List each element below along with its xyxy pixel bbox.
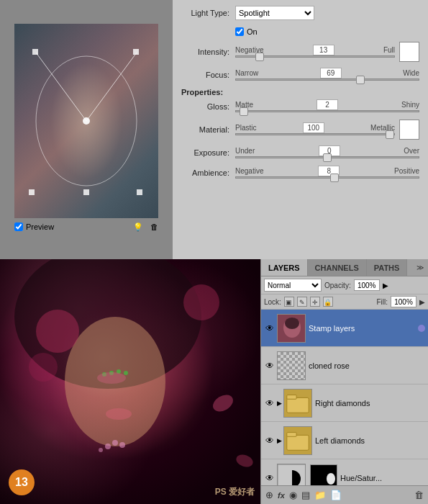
layer-item-left-diamonds[interactable]: 👁 ▶ Left diamonds bbox=[261, 422, 428, 459]
svg-rect-4 bbox=[133, 49, 139, 55]
light-type-select[interactable]: Spotlight Omni Directional bbox=[235, 6, 314, 20]
material-color-swatch[interactable] bbox=[399, 120, 419, 140]
tab-channels[interactable]: CHANNELS bbox=[308, 259, 367, 276]
tab-layers[interactable]: LAYERS bbox=[261, 259, 308, 276]
layer-thumb-stamp bbox=[277, 314, 306, 343]
exposure-row: Exposure: Under 0 Over bbox=[181, 145, 419, 160]
svg-point-28 bbox=[285, 318, 299, 329]
new-layer-icon[interactable]: 📄 bbox=[330, 490, 342, 500]
tab-paths[interactable]: PATHS bbox=[367, 259, 408, 276]
blend-mode-select[interactable]: Normal Multiply Screen bbox=[264, 279, 322, 292]
focus-neg-label: Narrow bbox=[235, 69, 258, 77]
svg-point-14 bbox=[210, 392, 236, 415]
exposure-label: Exposure: bbox=[181, 148, 235, 157]
ambience-slider-group: Negative 8 Positive bbox=[235, 166, 419, 179]
svg-rect-6 bbox=[137, 189, 142, 195]
preview-checkbox-row[interactable]: Preview bbox=[14, 222, 54, 231]
layer-thumb-hue-sat bbox=[277, 464, 306, 486]
exposure-neg-label: Under bbox=[235, 147, 255, 155]
ambience-labels: Negative 8 Positive bbox=[235, 166, 419, 176]
fill-input[interactable] bbox=[391, 296, 416, 307]
photo-area: 13 PS 爱好者 bbox=[0, 259, 260, 504]
lock-paint-icon[interactable]: ✎ bbox=[297, 297, 307, 307]
bottom-panel: 13 PS 爱好者 LAYERS CHANNELS PATHS ≫ Normal… bbox=[0, 259, 428, 504]
lock-all-icon[interactable]: 🔒 bbox=[323, 297, 333, 307]
gloss-slider[interactable] bbox=[235, 110, 419, 112]
layer-item-hue-sat[interactable]: 👁 Hue/Satur... bbox=[261, 459, 428, 485]
new-folder-icon[interactable]: 📁 bbox=[314, 490, 326, 500]
svg-rect-34 bbox=[287, 432, 296, 436]
bulb-icon[interactable]: 💡 bbox=[133, 222, 143, 232]
panel-tabs: LAYERS CHANNELS PATHS ≫ bbox=[261, 259, 428, 276]
exposure-slider[interactable] bbox=[235, 156, 419, 158]
layer-item-stamp-layers[interactable]: 👁 Stamp layers bbox=[261, 310, 428, 347]
exposure-pos-label: Over bbox=[404, 147, 419, 155]
tab-paths-label: PATHS bbox=[374, 264, 400, 272]
lock-row: Lock: ▣ ✎ ✛ 🔒 Fill: ▶ bbox=[261, 294, 428, 310]
opacity-label: Opacity: bbox=[324, 282, 351, 289]
svg-point-7 bbox=[83, 117, 90, 125]
gloss-value[interactable]: 2 bbox=[317, 99, 338, 110]
panel-bottom-bar: ⊕ fx ◉ ▤ 📁 📄 🗑 bbox=[261, 485, 428, 504]
layer-eye-cloned-rose[interactable]: 👁 bbox=[264, 360, 276, 372]
fill-label: Fill: bbox=[376, 298, 388, 306]
material-labels: Plastic 100 Metallic bbox=[235, 122, 395, 133]
layers-list: 👁 Stamp layers 👁 cloned bbox=[261, 310, 428, 485]
preview-label: Preview bbox=[26, 222, 54, 231]
ambience-row: Ambience: Negative 8 Positive bbox=[181, 166, 419, 180]
focus-slider-group: Narrow 69 Wide bbox=[235, 68, 419, 81]
opacity-arrow-icon[interactable]: ▶ bbox=[383, 282, 388, 289]
link-layers-icon[interactable]: ⊕ bbox=[265, 490, 273, 500]
svg-rect-5 bbox=[29, 189, 35, 195]
focus-slider[interactable] bbox=[235, 78, 419, 81]
on-checkbox-row[interactable]: On bbox=[235, 27, 419, 36]
layer-name-cloned-rose: cloned rose bbox=[309, 361, 425, 370]
layer-eye-left-diamonds[interactable]: 👁 bbox=[264, 435, 276, 446]
preview-controls: Preview 💡 🗑 bbox=[14, 218, 158, 236]
delete-layer-icon[interactable]: 🗑 bbox=[414, 490, 424, 500]
fx-icon[interactable]: fx bbox=[278, 491, 285, 500]
folder-expand-right[interactable]: ▶ bbox=[277, 400, 282, 407]
material-value[interactable]: 100 bbox=[303, 122, 324, 133]
tab-channels-label: CHANNELS bbox=[315, 264, 359, 272]
focus-value[interactable]: 69 bbox=[320, 68, 342, 78]
layer-item-cloned-rose[interactable]: 👁 cloned rose bbox=[261, 347, 428, 384]
ambience-neg-label: Negative bbox=[235, 167, 263, 175]
svg-point-25 bbox=[99, 448, 103, 452]
intensity-value[interactable]: 13 bbox=[313, 45, 334, 55]
properties-label: Properties: bbox=[181, 88, 419, 96]
on-label: On bbox=[247, 27, 258, 36]
layer-eye-right-diamonds[interactable]: 👁 bbox=[264, 397, 276, 409]
svg-point-20 bbox=[97, 372, 126, 384]
intensity-color-swatch[interactable] bbox=[399, 42, 419, 62]
folder-expand-left[interactable]: ▶ bbox=[277, 437, 282, 444]
layer-item-right-diamonds[interactable]: 👁 ▶ Right diamonds bbox=[261, 384, 428, 422]
preview-checkbox[interactable] bbox=[14, 222, 23, 231]
trash-icon[interactable]: 🗑 bbox=[150, 222, 158, 231]
gloss-slider-group: Matte 2 Shiny bbox=[235, 99, 419, 112]
layer-eye-stamp[interactable]: 👁 bbox=[264, 323, 276, 334]
material-row: Material: Plastic 100 Metallic bbox=[181, 120, 419, 140]
fill-arrow-icon[interactable]: ▶ bbox=[419, 298, 425, 306]
lock-label: Lock: bbox=[264, 298, 281, 306]
intensity-slider-group: Negative 13 Full bbox=[235, 45, 395, 58]
panel-expand-icon[interactable]: ≫ bbox=[412, 264, 428, 271]
ambience-pos-label: Positive bbox=[394, 167, 419, 175]
layer-indicator-stamp bbox=[418, 325, 425, 332]
layer-name-left-diamonds: Left diamonds bbox=[315, 436, 425, 445]
svg-rect-3 bbox=[32, 49, 38, 55]
lock-move-icon[interactable]: ✛ bbox=[310, 297, 320, 307]
lock-transparency-icon[interactable]: ▣ bbox=[284, 297, 294, 307]
ambience-slider[interactable] bbox=[235, 176, 419, 179]
material-slider[interactable] bbox=[235, 133, 395, 135]
add-mask-icon[interactable]: ◉ bbox=[289, 490, 297, 500]
on-checkbox[interactable] bbox=[235, 27, 244, 36]
layer-eye-hue-sat[interactable]: 👁 bbox=[264, 472, 276, 484]
opacity-input[interactable] bbox=[354, 279, 380, 291]
intensity-slider[interactable] bbox=[235, 55, 395, 58]
svg-point-21 bbox=[106, 408, 132, 420]
photo-svg bbox=[0, 259, 260, 504]
layer-thumb-cloned-rose bbox=[277, 351, 306, 380]
adjustment-icon[interactable]: ▤ bbox=[301, 490, 310, 500]
svg-point-12 bbox=[29, 353, 58, 382]
